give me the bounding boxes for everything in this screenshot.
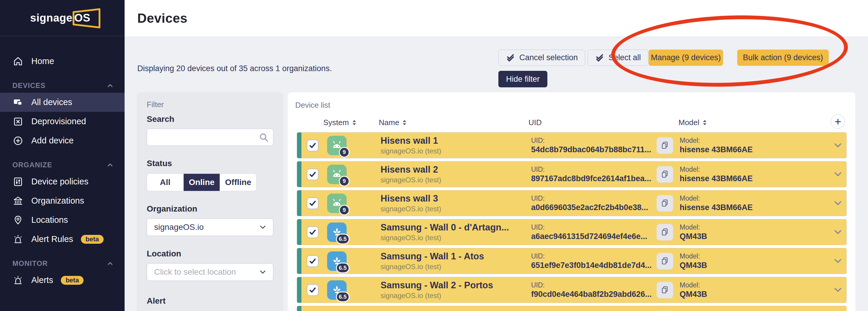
table-row[interactable]: 9 Hisens wall 2 signageOS.io (test) UID:… [297, 161, 847, 187]
expand-row-button[interactable] [829, 285, 846, 296]
device-name: Samsung - Wall 1 - Atos [380, 251, 531, 262]
search-icon[interactable] [259, 133, 269, 144]
model-label: Model: [680, 137, 829, 145]
online-status-bar [297, 190, 302, 216]
sidebar-item-locations[interactable]: Locations [0, 210, 125, 230]
chevron-down-icon [833, 140, 843, 151]
double-check-icon [595, 53, 604, 63]
row-checkbox[interactable] [307, 169, 318, 180]
device-organization: signageOS.io (test) [380, 205, 531, 213]
sidebar-item-all-devices[interactable]: All devices [0, 93, 125, 112]
signageos-logo[interactable]: signageOS [30, 10, 94, 26]
copy-uid-button[interactable] [657, 224, 673, 240]
os-version-badge: 9 [339, 147, 349, 158]
expand-row-button[interactable] [829, 169, 846, 180]
chevron-down-icon [833, 227, 843, 238]
beta-badge: beta [81, 235, 104, 244]
column-header-model[interactable]: Model [678, 118, 708, 127]
sidebar-section-monitor[interactable]: MONITOR [0, 256, 125, 271]
uid-label: UID: [531, 166, 655, 173]
search-box [147, 129, 273, 146]
os-version-badge: 6.5 [336, 234, 349, 244]
online-status-bar [297, 248, 302, 274]
hide-filter-button[interactable]: Hide filter [498, 71, 547, 87]
table-row[interactable]: 9 Hisens wall 3 signageOS.io (test) UID:… [297, 190, 847, 216]
row-checkbox[interactable] [307, 197, 318, 209]
manage-devices-button[interactable]: Manage (9 devices) [649, 49, 723, 66]
android-icon: 9 [327, 136, 347, 155]
status-option-online[interactable]: Online [184, 174, 220, 191]
cancel-selection-button[interactable]: Cancel selection [498, 49, 585, 66]
sidebar-item-alert-rules[interactable]: Alert Rules beta [0, 230, 125, 249]
status-label: Status [147, 159, 273, 168]
table-row-partial[interactable] [297, 306, 847, 311]
sidebar-section-devices[interactable]: DEVICES [0, 78, 125, 93]
chevron-up-icon [106, 161, 114, 169]
status-option-offline[interactable]: Offline [220, 174, 256, 191]
table-row[interactable]: 6.5 Samsung - Wall 2 - Portos signageOS.… [297, 277, 847, 303]
copy-uid-button[interactable] [657, 282, 673, 298]
copy-icon [660, 285, 670, 295]
column-header-name[interactable]: Name [379, 118, 407, 127]
bulk-action-button[interactable]: Bulk action (9 devices) [737, 49, 829, 66]
copy-uid-button[interactable] [657, 253, 673, 269]
chevron-down-icon [258, 268, 267, 276]
sidebar-item-label: Alerts [31, 275, 53, 285]
expand-row-button[interactable] [829, 198, 846, 209]
organization-select[interactable]: signageOS.io [147, 218, 273, 236]
model-label: Model: [680, 195, 829, 202]
copy-uid-button[interactable] [657, 166, 673, 183]
table-row[interactable]: 9 Hisens wall 1 signageOS.io (test) UID:… [297, 132, 847, 159]
status-option-all[interactable]: All [147, 174, 184, 191]
deprovisioned-icon [12, 116, 24, 127]
sidebar-item-deprovisioned[interactable]: Deprovisioned [0, 112, 125, 131]
sidebar-item-device-policies[interactable]: Device policies [0, 172, 125, 191]
row-checkbox[interactable] [307, 284, 318, 296]
table-row[interactable]: 6.5 Samsung - Wall 0 - d'Artagn... signa… [297, 219, 847, 245]
copy-uid-button[interactable] [657, 137, 673, 154]
search-input[interactable] [147, 129, 273, 145]
os-version-badge: 6.5 [336, 263, 349, 273]
main: Devices Displaying 20 devices out of 35 … [125, 0, 868, 311]
tizen-icon: 6.5 [327, 222, 347, 242]
row-checkbox[interactable] [307, 140, 318, 151]
copy-uid-button[interactable] [657, 195, 673, 212]
sort-icon [702, 119, 708, 126]
search-label: Search [147, 114, 273, 124]
device-count-summary: Displaying 20 devices out of 35 across 1… [137, 64, 332, 73]
table-row[interactable]: 6.5 Samsung - Wall 1 - Atos signageOS.io… [297, 248, 847, 274]
model-value: QM43B [680, 232, 829, 241]
organization-value: signageOS.io [154, 222, 204, 232]
device-organization: signageOS.io (test) [380, 263, 531, 271]
device-name: Hisens wall 3 [380, 193, 531, 204]
column-label: System [323, 118, 349, 127]
row-checkbox[interactable] [307, 255, 318, 267]
check-icon [309, 170, 317, 178]
uid-value: a0d6696035e2ac2fc2b4b0e38... [531, 203, 655, 212]
check-icon [309, 228, 317, 236]
add-column-button[interactable]: + [831, 114, 845, 129]
sidebar-item-label: Locations [31, 215, 68, 225]
sidebar-item-add-device[interactable]: Add device [0, 131, 125, 150]
sidebar-item-organizations[interactable]: Organizations [0, 191, 125, 210]
page-header: Devices [125, 0, 868, 36]
home-icon [12, 56, 24, 67]
location-select[interactable]: Click to select location [147, 263, 273, 281]
button-label: Select all [609, 53, 641, 62]
column-header-system[interactable]: System [323, 118, 357, 127]
row-checkbox[interactable] [307, 226, 318, 238]
expand-row-button[interactable] [829, 227, 846, 238]
expand-row-button[interactable] [829, 140, 846, 151]
expand-row-button[interactable] [829, 256, 846, 267]
app: signageOS Home DEVICES [0, 0, 868, 311]
sidebar-item-home[interactable]: Home [0, 51, 125, 71]
device-name: Samsung - Wall 2 - Portos [380, 280, 531, 291]
button-label: Cancel selection [519, 53, 578, 62]
check-icon [309, 141, 317, 149]
sidebar-item-alerts[interactable]: Alerts beta [0, 271, 125, 290]
column-label: Name [379, 118, 399, 127]
sidebar-section-organize[interactable]: ORGANIZE [0, 158, 125, 172]
chevron-down-icon [833, 169, 843, 180]
status-segmented-control: All Online Offline [147, 173, 256, 191]
select-all-button[interactable]: Select all [588, 49, 648, 66]
